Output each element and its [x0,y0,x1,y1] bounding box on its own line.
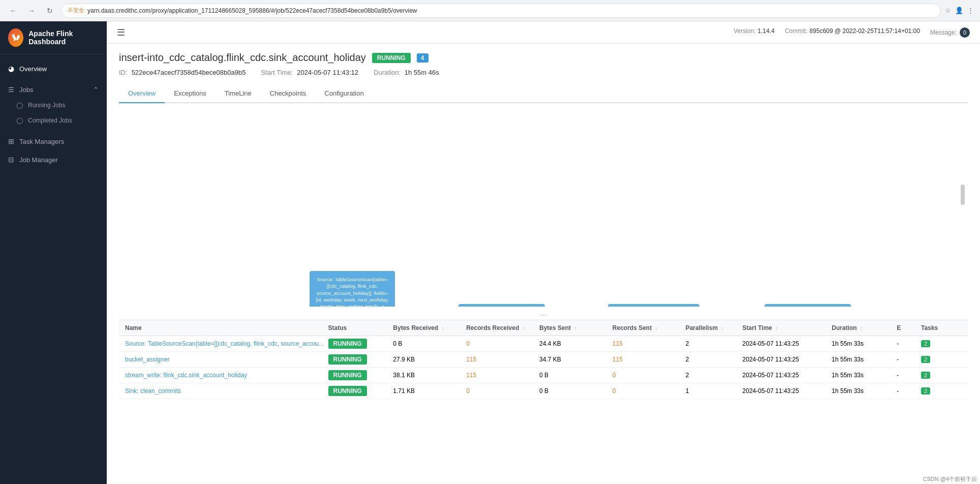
cell-records-sent-2: 0 [612,372,686,379]
menu-icon[interactable]: ⋮ [967,7,974,14]
job-tabs: Overview Exceptions TimeLine Checkpoints… [119,84,968,103]
cell-records-sent-1: 115 [612,356,686,363]
tab-checkpoints[interactable]: Checkpoints [261,84,316,103]
graph-node-bucket_assigner[interactable]: bucket_assignerParallelism: 2Backpressur… [458,304,545,307]
job-start-time-meta: Start Time: 2024-05-07 11:43:12 [261,69,358,76]
col-header-bytes-recv[interactable]: Bytes Received ↕ [393,324,466,331]
sidebar-item-job-manager[interactable]: ⊟ Job Manager [0,150,107,169]
bytes-sent-sort-icon: ↕ [574,325,576,331]
col-header-records-sent[interactable]: Records Sent ↕ [612,324,686,331]
commit-label: Commit: [785,27,808,38]
job-title: insert-into_cdc_catalog.flink_cdc.sink_a… [119,52,366,64]
col-header-parallelism[interactable]: Parallelism ↕ [686,324,743,331]
bookmark-icon[interactable]: ☆ [945,7,951,14]
address-bar[interactable]: 不安全 yarn.daas.credithc.com/proxy/applica… [61,4,941,18]
sidebar-item-task-managers[interactable]: ⊞ Task Managers [0,132,107,150]
row-name-link-3[interactable]: Sink: clean_commits [125,387,181,395]
cell-parallelism-0: 2 [686,340,743,347]
job-id-meta: ID: 522ece47acecf7358d54bece08b0a9b5 [119,69,246,76]
records-sent-sort-icon: ↕ [655,325,658,331]
cell-tasks-2: 2 [921,372,962,379]
col-header-end: E [897,324,921,331]
parallelism-sort-icon: ↕ [721,325,723,331]
id-value: 522ece47acecf7358d54bece08b0a9b5 [132,69,246,76]
cell-status-3: RUNNING [328,387,393,395]
cell-duration-0: 1h 55m 33s [832,340,897,347]
logo-icon: 🐿 [8,28,23,47]
url-text: yarn.daas.credithc.com/proxy/application… [87,7,417,14]
row-name-link-1[interactable]: bucket_assigner [125,356,169,363]
col-header-bytes-sent[interactable]: Bytes Sent ↕ [539,324,612,331]
cell-bytes-recv-3: 1.71 KB [393,387,466,395]
graph-node-stream_write[interactable]: stream_write: flink_cdc.sink_account_hol… [608,304,699,307]
sidebar-item-running-jobs[interactable]: ◯ Running Jobs [0,98,107,113]
profile-icon[interactable]: 👤 [955,7,963,14]
id-label: ID: [119,69,128,76]
duration-sort-icon: ↕ [860,325,863,331]
row-status-badge-3: RUNNING [328,386,367,396]
sidebar-jobs-header[interactable]: ☰ Jobs ⌃ [0,82,107,98]
message-info: Message: 0 [930,27,970,38]
cell-duration-3: 1h 55m 33s [832,387,897,395]
cell-end-0: - [897,340,921,347]
logo-text: Apache Flink Dashboard [28,29,99,46]
graph-node-source[interactable]: Source: TableSourceScan(table=[[cdc_cata… [310,271,395,307]
cell-records-recv-0: 0 [466,340,539,347]
browser-icons: ☆ 👤 ⋮ [945,7,974,14]
completed-jobs-label: Completed Jobs [28,117,72,124]
scroll-indicator[interactable] [961,185,965,205]
cell-records-recv-2: 115 [466,372,539,379]
sidebar-item-overview-label: Overview [19,65,47,73]
col-header-records-recv[interactable]: Records Received ↕ [466,324,539,331]
table-header: Name Status Bytes Received ↕ Records Rec… [119,320,968,336]
graph-node-sink[interactable]: Sink: clean_commitsParallelism: 1Backpre… [764,304,851,307]
cell-status-0: RUNNING [328,340,393,347]
cell-tasks-3: 2 [921,387,962,395]
job-meta: ID: 522ece47acecf7358d54bece08b0a9b5 Sta… [119,69,968,76]
cell-status-1: RUNNING [328,356,393,363]
tab-timeline[interactable]: TimeLine [216,84,261,103]
cell-duration-1: 1h 55m 33s [832,356,897,363]
node-title-source: Source: TableSourceScan(table=[[cdc_cata… [316,276,389,307]
tab-exceptions[interactable]: Exceptions [165,84,216,103]
jobs-label: Jobs [19,86,33,94]
cell-bytes-sent-3: 0 B [539,387,612,395]
row-status-badge-2: RUNNING [328,370,367,380]
tasks-badge-3: 2 [921,387,930,395]
back-button[interactable]: ← [6,4,20,18]
col-header-duration[interactable]: Duration ↕ [832,324,897,331]
sidebar-item-overview[interactable]: ◕ Overview [0,59,107,78]
row-status-badge-1: RUNNING [328,354,367,365]
job-duration-meta: Duration: 1h 55m 46s [374,69,439,76]
running-jobs-label: Running Jobs [28,102,65,109]
forward-button[interactable]: → [24,4,39,18]
col-header-status: Status [328,324,393,331]
message-badge: 0 [960,27,970,38]
refresh-button[interactable]: ↻ [43,4,57,18]
row-name-link-0[interactable]: Source: TableSourceScan(table=[[cdc_cata… [125,340,324,347]
cell-end-1: - [897,356,921,363]
sidebar-item-completed-jobs[interactable]: ◯ Completed Jobs [0,113,107,128]
tab-configuration[interactable]: Configuration [315,84,373,103]
topbar-left: ☰ [117,27,125,38]
table-row: bucket_assigner RUNNING 27.9 KB 115 34.7… [119,352,968,368]
col-header-start-time[interactable]: Start Time ↕ [743,324,832,331]
menu-toggle-icon[interactable]: ☰ [117,27,125,38]
jobs-chevron-icon: ⌃ [93,86,99,94]
cell-parallelism-2: 2 [686,372,743,379]
row-name-link-2[interactable]: stream_write: flink_cdc.sink_account_hol… [125,372,247,379]
version-value: 1.14.4 [758,27,775,38]
topbar-right: Version: 1.14.4 Commit: 895c609 @ 2022-0… [733,27,970,38]
table-row: Sink: clean_commits RUNNING 1.71 KB 0 0 … [119,383,968,399]
cell-bytes-recv-2: 38.1 KB [393,372,466,379]
sidebar-logo: 🐿 Apache Flink Dashboard [0,21,107,54]
cell-records-sent-3: 0 [612,387,686,395]
table-row: stream_write: flink_cdc.sink_account_hol… [119,368,968,383]
cell-name-0: Source: TableSourceScan(table=[[cdc_cata… [125,340,328,347]
main-content-area: insert-into_cdc_catalog.flink_cdc.sink_a… [107,44,980,484]
cell-name-3: Sink: clean_commits [125,387,328,395]
message-label: Message: [930,29,957,36]
tab-overview[interactable]: Overview [119,84,165,103]
job-graph: HASH▶HASH▶REBALANCE▶Source: TableSourceS… [119,103,968,307]
bytes-recv-sort-icon: ↕ [441,325,444,331]
